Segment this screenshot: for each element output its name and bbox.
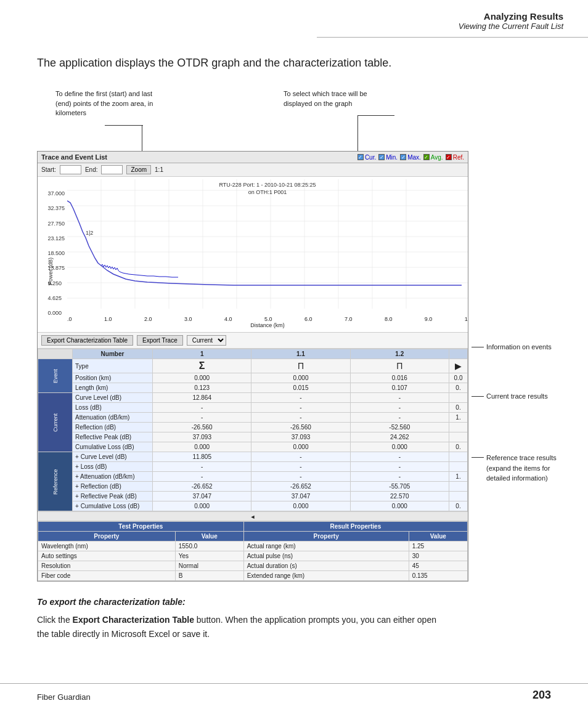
graph-inner: RTU-228 Port: 1 - 2010-10-21 08:25:25 on… [67,179,468,330]
table-row: Current Curve Level (dB) 12.864 - - [38,393,468,403]
callout-horiz-left [105,125,143,126]
cb-max: ✓ Max. [400,154,421,161]
table-row: + Loss (dB) - - - [38,462,468,472]
reference-annotation: Reference trace results (expand the item… [472,453,557,484]
events-line [472,347,484,347]
footer-left: Fiber Guardian [37,692,91,702]
table-row: Event Type Σ Π Π ▶ [38,359,468,373]
otdr-toolbar: Trace and Event List ✓ Cur. ✓ Min. ✓ Max… [38,152,468,163]
current-trace-annotation: Current trace results [472,391,548,402]
char-table: Number 1 1.1 1.2 Event Type Σ [38,349,468,511]
table-row: Attenuation (dB/km) - - - 1. [38,413,468,423]
page-title: Analyzing Results [317,11,563,22]
x-axis-labels: .0 1.0 2.0 3.0 4.0 5.0 6.0 7.0 8.0 9.0 1 [67,315,468,322]
ref-line [472,457,484,458]
table-row: + Attenuation (dB/km) - - - 1. [38,472,468,482]
table-row: Reference + Curve Level (dB) 11.805 - - [38,452,468,462]
table-row: + Cumulative Loss (dB) 0.000 0.000 0.000… [38,501,468,511]
current-section-label: Current [38,393,73,452]
callout-left: To define the first (start) and last (en… [55,89,163,118]
zoom-bar: Start: End: Zoom 1:1 [38,163,468,177]
cb-cur: ✓ Cur. [357,154,376,161]
svg-text:1|2: 1|2 [86,230,93,236]
table-toolbar: Export Characterization Table Export Tra… [38,333,468,349]
callout-line-right [357,115,358,151]
toolbar-checkboxes: ✓ Cur. ✓ Min. ✓ Max. ✓ Avg. [357,154,464,161]
footer-page-number: 203 [533,689,551,702]
table-row: Reflection (dB) -26.560 -26.560 -52.560 [38,423,468,432]
props-row: Resolution Normal Actual duration (s) 45 [38,561,468,571]
cb-ref: ✓ Ref. [446,154,464,161]
cb-avg: ✓ Avg. [423,154,443,161]
graph-title: RTU-228 Port: 1 - 2010-10-21 08:25:25 on… [219,182,316,196]
props-row: Auto settings Yes Actual pulse (ns) 30 [38,551,468,561]
props-row: Fiber code B Extended range (km) 0.135 [38,571,468,581]
otdr-interface: Trace and Event List ✓ Cur. ✓ Min. ✓ Max… [37,151,468,582]
event-section-label: Event [38,359,73,393]
table-row: Cumulative Loss (dB) 0.000 0.000 0.000 0… [38,442,468,452]
table-row: + Reflection (dB) -26.652 -26.652 -55.70… [38,482,468,492]
char-table-area: Number 1 1.1 1.2 Event Type Σ [38,349,468,521]
export-desc: Click the Export Characterization Table … [37,613,438,641]
y-ticks: 37.000 32.375 27.750 23.125 18.500 13.87… [47,185,65,321]
table-row: Loss (dB) - - - 0. [38,403,468,413]
table-row: Length (km) 0.123 0.015 0.107 0. [38,383,468,393]
y-axis: Power (dB) 37.000 32.375 27.750 23.125 1… [38,179,67,330]
callout-line-left [142,125,142,151]
current-line [472,396,484,397]
callout-right: To select which trace will be displayed … [284,89,398,108]
y-axis-label: Power (dB) [47,258,54,285]
col-header-number: Number [73,349,153,359]
toolbar-title: Trace and Event List [41,153,107,161]
events-annotation: Information on events [472,342,552,352]
cb-min: ✓ Min. [378,154,398,161]
scroll-indicator: ◄ [38,511,468,521]
export-heading: To export the characterization table: [37,597,551,607]
props-row: Wavelength (nm) 1550.0 Actual range (km)… [38,542,468,551]
export-trace-button[interactable]: Export Trace [137,335,183,346]
table-row: Reflective Peak (dB) 37.093 37.093 24.26… [38,432,468,442]
zoom-button[interactable]: Zoom [126,165,151,174]
props-area: Test Properties Result Properties Proper… [38,521,468,581]
end-input[interactable] [101,165,123,174]
start-input[interactable] [60,165,81,174]
page-header: Analyzing Results Viewing the Current Fa… [317,0,588,38]
otdr-wrapper: Trace and Event List ✓ Cur. ✓ Min. ✓ Max… [37,151,468,582]
callout-horiz-right [357,115,394,116]
x-axis-label: Distance (km) [67,322,468,330]
ref-section-label: Reference [38,452,73,511]
export-char-table-button[interactable]: Export Characterization Table [41,335,133,346]
callouts-area: To define the first (start) and last (en… [37,89,499,151]
graph-svg: 1|2 [67,179,468,315]
export-section: To export the characterization table: Cl… [37,597,551,641]
graph-area: Power (dB) 37.000 32.375 27.750 23.125 1… [38,177,468,333]
intro-paragraph: The application displays the OTDR graph … [37,55,419,71]
main-content: The application displays the OTDR graph … [0,0,588,678]
page-subtitle: Viewing the Current Fault List [317,22,563,31]
table-row: Position (km) 0.000 0.000 0.016 0.0 [38,373,468,383]
trace-select[interactable]: Current [187,335,226,346]
page-footer: Fiber Guardian 203 [0,683,588,702]
table-row: + Reflective Peak (dB) 37.047 37.047 22.… [38,492,468,501]
test-props-table: Test Properties Result Properties Proper… [38,521,468,581]
